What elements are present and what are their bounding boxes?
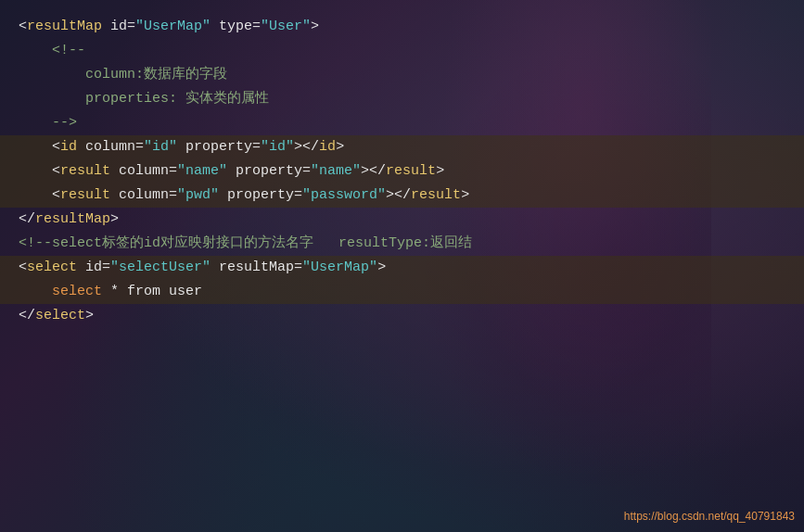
code-segment: "pwd" [177,187,219,203]
code-segment: result [60,187,110,203]
code-line-12: select * from user [0,280,804,304]
code-segment: ></ [386,187,411,203]
code-segment: select [27,260,77,275]
code-segment: > [336,139,344,155]
code-segment: type= [211,19,261,34]
code-line-1: <resultMap id="UserMap" type="User"> [19,15,785,39]
code-line-7: <result column="name" property="name"></… [0,159,804,184]
code-segment: ></ [361,163,386,179]
code-line-2: <!-- [19,39,785,63]
code-line-9: </resultMap> [19,208,785,232]
code-segment: "UserMap" [135,19,211,34]
code-segment: select [35,308,85,323]
code-segment: id [319,139,336,155]
code-segment: property= [177,139,261,155]
code-segment: > [311,19,319,34]
code-segment: * from user [102,284,202,299]
code-line-6: <id column="id" property="id"></id> [0,135,804,159]
code-line-11: <select id="selectUser" resultMap="UserM… [0,256,804,280]
code-segment: column:数据库的字段 [19,67,227,82]
code-segment: id [60,139,77,155]
code-segment: resultMap [35,211,110,227]
code-segment: "selectUser" [110,260,211,275]
code-segment: resultMap= [211,260,302,275]
code-segment: "User" [261,19,311,34]
code-segment: resultMap [27,19,102,34]
code-segment: < [19,163,60,179]
code-segment: > [461,187,469,203]
code-segment: property= [227,163,311,179]
code-segment: result [386,163,436,179]
code-line-13: </select> [19,304,785,328]
code-segment: "name" [177,163,227,179]
code-segment: ></ [294,139,319,155]
code-segment: select [19,284,102,299]
code-segment: < [19,187,60,203]
code-segment: > [436,163,444,179]
code-segment: property= [219,187,302,203]
code-segment: "id" [144,139,177,155]
code-segment: --> [19,115,77,131]
code-segment: </ [19,308,35,323]
code-segment: column= [110,163,177,179]
code-segment: id= [77,260,110,275]
code-line-4: properties: 实体类的属性 [19,87,785,111]
code-segment: < [19,19,27,34]
code-segment: properties: 实体类的属性 [19,91,269,107]
code-segment: <!-- [19,43,85,58]
code-line-8: <result column="pwd" property="password"… [0,184,804,208]
code-segment: > [377,260,386,275]
code-line-5: --> [19,111,785,135]
code-segment: "name" [311,163,361,179]
code-segment: "password" [302,187,386,203]
code-segment: column= [110,187,177,203]
code-container: <resultMap id="UserMap" type="User"> <!-… [0,0,804,532]
code-segment: result [60,163,110,179]
code-segment: "UserMap" [302,260,377,275]
watermark: https://blog.csdn.net/qq_40791843 [624,510,795,523]
code-line-3: column:数据库的字段 [19,63,785,87]
code-segment: column= [77,139,144,155]
code-segment: > [110,211,119,227]
code-segment: <!--select标签的id对应映射接口的方法名字 resultType:返回… [19,235,472,251]
code-segment: < [19,139,60,155]
code-segment: < [19,260,27,275]
code-segment: </ [19,211,35,227]
code-line-10: <!--select标签的id对应映射接口的方法名字 resultType:返回… [19,232,785,256]
code-segment: result [411,187,461,203]
code-segment: id= [102,19,135,34]
code-segment: > [85,308,94,323]
code-segment: "id" [261,139,294,155]
